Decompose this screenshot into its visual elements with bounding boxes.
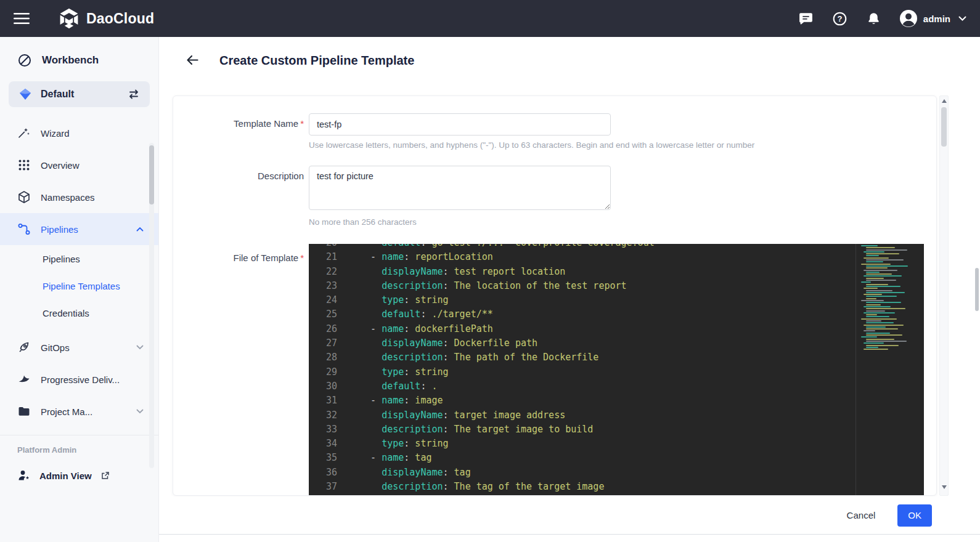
nav-label: GitOps xyxy=(41,342,70,353)
wand-icon xyxy=(17,126,31,140)
help-icon[interactable]: ? xyxy=(831,10,849,27)
code-line: 37 description: The tag of the target im… xyxy=(309,480,856,494)
sidebar-subitem-pipelines[interactable]: Pipelines xyxy=(0,245,158,272)
page-header: Create Custom Pipeline Template xyxy=(159,37,980,84)
code-line: 24 type: string xyxy=(309,293,856,307)
brand-name: DaoCloud xyxy=(86,10,154,27)
scroll-down-arrow-icon[interactable] xyxy=(942,485,947,489)
daocloud-logo-icon xyxy=(58,7,80,30)
sidebar-item-progressive-delivery[interactable]: Progressive Deliv... xyxy=(0,363,158,395)
sidebar-scrollbar[interactable] xyxy=(149,143,154,468)
subnav-label: Pipeline Templates xyxy=(43,281,120,291)
description-textarea[interactable] xyxy=(309,166,611,210)
sidebar-item-project-management[interactable]: Project Ma... xyxy=(0,395,158,427)
yaml-code-editor[interactable]: 20 default: go test ./... -coverprofile … xyxy=(309,244,924,496)
ok-button[interactable]: OK xyxy=(897,504,932,527)
file-of-template-label: File of Template* xyxy=(173,244,304,263)
topbar: DaoCloud ? admin xyxy=(0,0,980,37)
sidebar-item-namespaces[interactable]: Namespaces xyxy=(0,181,158,213)
content-scrollbar-thumb[interactable] xyxy=(941,107,947,147)
code-line: 26 - name: dockerfilePath xyxy=(309,322,856,336)
code-lines: 20 default: go test ./... -coverprofile … xyxy=(309,244,856,494)
template-name-input[interactable] xyxy=(309,113,611,136)
username: admin xyxy=(923,14,950,24)
sidebar-workbench[interactable]: Workbench xyxy=(0,46,158,75)
pipeline-icon xyxy=(17,222,31,236)
admin-view-label: Admin View xyxy=(39,471,92,481)
window-scrollbar-thumb[interactable] xyxy=(975,268,979,311)
svg-text:?: ? xyxy=(838,14,843,23)
form-card: Template Name* Use lowercase letters, nu… xyxy=(173,95,937,496)
sidebar-item-pipelines[interactable]: Pipelines xyxy=(0,213,158,245)
notifications-bell-icon[interactable] xyxy=(865,10,883,27)
messages-icon[interactable] xyxy=(798,10,815,27)
template-name-help-text: Use lowercase letters, numbers, and hyph… xyxy=(309,140,754,150)
description-row: Description No more than 256 characters xyxy=(173,166,936,227)
code-line: 32 displayName: target image address xyxy=(309,408,856,423)
sidebar-item-gitops[interactable]: GitOps xyxy=(0,331,158,363)
bird-icon xyxy=(17,373,31,386)
scroll-up-arrow-icon[interactable] xyxy=(942,99,947,103)
code-line: 31 - name: image xyxy=(309,394,856,408)
code-line: 27 displayName: Dockerfile path xyxy=(309,336,856,350)
grid-dots-icon xyxy=(17,158,31,172)
form-footer: Cancel OK xyxy=(159,496,980,535)
required-marker: * xyxy=(300,253,304,263)
sidebar-item-overview[interactable]: Overview xyxy=(0,149,158,181)
user-menu[interactable]: admin xyxy=(899,9,966,28)
nav-label: Project Ma... xyxy=(41,407,92,417)
sidebar-nav: Wizard Overview Namespaces Pipelines xyxy=(0,117,158,427)
workbench-label: Workbench xyxy=(42,54,99,67)
workspace-name: Default xyxy=(41,89,74,100)
sidebar-subitem-pipeline-templates[interactable]: Pipeline Templates xyxy=(0,272,158,299)
template-name-row: Template Name* Use lowercase letters, nu… xyxy=(173,113,936,150)
avatar xyxy=(899,9,918,28)
cancel-button[interactable]: Cancel xyxy=(847,510,876,520)
sidebar-scrollbar-thumb[interactable] xyxy=(149,145,154,204)
code-line: 33 description: The target image to buil… xyxy=(309,423,856,437)
code-line: 34 type: string xyxy=(309,437,856,451)
nav-label: Pipelines xyxy=(41,224,78,235)
template-name-label: Template Name* xyxy=(173,113,304,129)
content-scrollbar[interactable] xyxy=(939,95,949,496)
code-line: 20 default: go test ./... -coverprofile … xyxy=(309,244,856,250)
sidebar: Workbench Default Wizard Overvi xyxy=(0,37,159,542)
code-line: 29 type: string xyxy=(309,365,856,379)
code-line: 25 default: ./target/** xyxy=(309,307,856,322)
cube-icon xyxy=(17,190,31,204)
required-marker: * xyxy=(300,118,304,129)
description-help-text: No more than 256 characters xyxy=(309,217,611,227)
brand[interactable]: DaoCloud xyxy=(58,7,154,30)
editor-divider xyxy=(855,244,856,496)
code-line: 22 displayName: test report location xyxy=(309,265,856,279)
code-line: 23 description: The location of the test… xyxy=(309,279,856,293)
chevron-down-icon xyxy=(958,16,966,22)
sidebar-item-admin-view[interactable]: Admin View xyxy=(0,459,158,491)
chevron-down-icon xyxy=(136,409,144,414)
description-label: Description xyxy=(173,166,304,181)
nav-label: Progressive Deliv... xyxy=(41,374,120,385)
rocket-icon xyxy=(17,341,31,354)
code-line: 21 - name: reportLocation xyxy=(309,250,856,264)
file-of-template-row: File of Template* 20 default: go test ./… xyxy=(173,244,936,496)
chevron-down-icon xyxy=(136,345,144,350)
switch-workspace-icon[interactable] xyxy=(128,88,140,100)
chevron-up-icon xyxy=(136,227,144,232)
external-link-icon xyxy=(100,471,110,480)
nav-label: Namespaces xyxy=(41,192,95,203)
code-line: 30 default: . xyxy=(309,379,856,394)
workspace-selector[interactable]: Default xyxy=(9,81,150,107)
sidebar-subitem-credentials[interactable]: Credentials xyxy=(0,299,158,326)
sidebar-item-wizard[interactable]: Wizard xyxy=(0,117,158,149)
folder-icon xyxy=(17,405,31,418)
workbench-icon xyxy=(17,53,32,68)
back-arrow-icon[interactable] xyxy=(185,53,200,68)
main-content: Create Custom Pipeline Template Template… xyxy=(159,37,980,542)
subnav-label: Pipelines xyxy=(43,254,80,264)
workspace-diamond-icon xyxy=(18,87,32,101)
hamburger-menu-icon[interactable] xyxy=(14,12,30,25)
minimap[interactable] xyxy=(860,245,919,496)
subnav-label: Credentials xyxy=(43,308,89,318)
nav-label: Overview xyxy=(41,160,80,171)
code-line: 28 description: The path of the Dockerfi… xyxy=(309,350,856,365)
